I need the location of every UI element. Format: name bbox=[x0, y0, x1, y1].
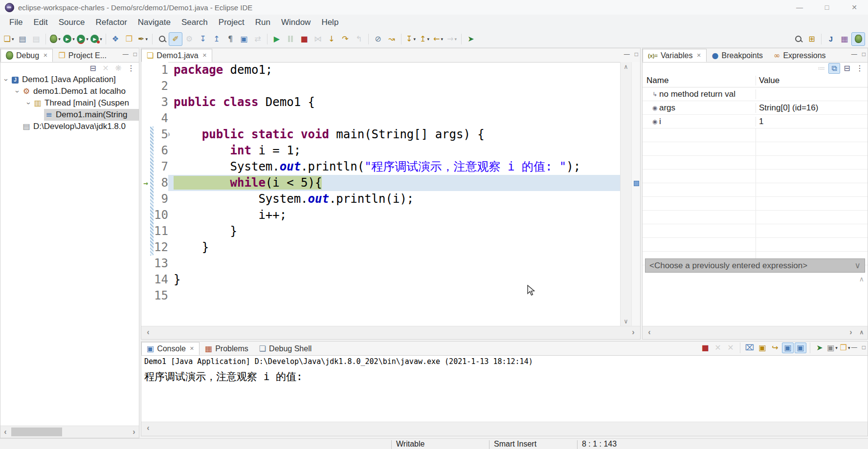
tree-item-stack-frame[interactable]: ≡Demo1.main(String bbox=[0, 109, 139, 121]
coverage-button[interactable]: ▶▾ bbox=[76, 32, 89, 46]
menu-source[interactable]: Source bbox=[53, 15, 90, 30]
terminate-button[interactable]: ■ bbox=[297, 32, 311, 46]
close-icon[interactable]: ✕ bbox=[696, 52, 701, 59]
overview-ruler[interactable] bbox=[631, 62, 640, 326]
save-button[interactable]: ▤ bbox=[16, 32, 29, 46]
previous-annotation-button[interactable]: ↥ bbox=[210, 32, 223, 46]
code-line-4[interactable] bbox=[168, 110, 620, 127]
link-with-editor-button[interactable]: ⇄ bbox=[251, 32, 265, 46]
maximize-view-icon[interactable]: □ bbox=[134, 51, 137, 58]
tab-project-explorer[interactable]: ❐Project E... bbox=[53, 49, 112, 62]
minimize-view-icon[interactable]: — bbox=[851, 344, 857, 351]
minimize-view-icon[interactable]: — bbox=[123, 51, 129, 58]
scroll-right-icon[interactable]: › bbox=[846, 326, 856, 338]
scroll-up-icon[interactable]: ∧ bbox=[621, 63, 631, 70]
step-over-button[interactable]: ↷ bbox=[338, 32, 352, 46]
java-perspective-button[interactable]: J bbox=[824, 32, 838, 46]
tree-item-jdk[interactable]: ▤D:\Develop\Java\jdk1.8.0 bbox=[0, 121, 139, 132]
menu-edit[interactable]: Edit bbox=[28, 15, 53, 30]
column-header-name[interactable]: Name bbox=[643, 76, 756, 86]
collapse-all-button[interactable]: ⊟ bbox=[841, 63, 853, 74]
debug-h-scrollbar[interactable]: ‹ › bbox=[0, 426, 139, 438]
dropdown-arrow-icon[interactable]: ▾ bbox=[413, 37, 416, 42]
scroll-corner-icon[interactable]: ∧ bbox=[857, 326, 867, 338]
toggle-mark-occurrences-button[interactable]: ✐ bbox=[169, 32, 182, 46]
suspend-button[interactable] bbox=[284, 32, 297, 46]
dropdown-arrow-icon[interactable]: ▾ bbox=[835, 345, 838, 350]
tab-demo1-java[interactable]: ❏Demo1.java✕ bbox=[141, 49, 212, 62]
java-search-button[interactable]: ✒▾ bbox=[136, 32, 150, 46]
skip-all-breakpoints-button[interactable]: ⊘ bbox=[371, 32, 385, 46]
code-line-2[interactable] bbox=[168, 78, 620, 94]
scroll-right-icon[interactable]: › bbox=[129, 426, 139, 438]
step-into-button[interactable]: ↓ bbox=[325, 32, 338, 46]
dropdown-arrow-icon[interactable]: ▾ bbox=[58, 37, 61, 42]
code-line-3[interactable]: public class Demo1 { bbox=[168, 94, 620, 110]
editor-h-scrollbar[interactable]: ‹ › bbox=[141, 326, 640, 339]
current-line-marker[interactable] bbox=[634, 181, 639, 186]
variable-detail-pane[interactable]: ∧ bbox=[645, 273, 865, 325]
minimize-editor-icon[interactable]: — bbox=[624, 51, 630, 58]
debug-view-filters-button[interactable]: ❋ bbox=[112, 63, 124, 74]
menu-search[interactable]: Search bbox=[176, 15, 213, 30]
close-icon[interactable]: ✕ bbox=[202, 52, 207, 59]
remove-all-terminated-button[interactable]: ✕ bbox=[100, 63, 111, 74]
profile-button[interactable]: ▶▾ bbox=[89, 32, 103, 46]
menu-file[interactable]: File bbox=[4, 15, 28, 30]
back-history-button[interactable]: ←▾ bbox=[431, 32, 445, 46]
menu-help[interactable]: Help bbox=[316, 15, 344, 30]
show-stderr-when-changed-button[interactable]: ▣ bbox=[795, 342, 806, 353]
view-menu-button[interactable]: ⋮ bbox=[854, 63, 866, 74]
chevron-down-icon[interactable]: ∨ bbox=[855, 260, 861, 271]
dropdown-arrow-icon[interactable]: ▾ bbox=[441, 37, 443, 42]
show-whitespace-button[interactable]: ¶ bbox=[223, 32, 237, 46]
maximize-editor-icon[interactable]: □ bbox=[635, 51, 638, 58]
expand-arrow-icon[interactable]: › bbox=[14, 87, 22, 95]
terminate-button[interactable]: ■ bbox=[699, 342, 711, 353]
dropdown-arrow-icon[interactable]: ▾ bbox=[145, 37, 148, 42]
next-annotation-button[interactable]: ↧ bbox=[196, 32, 210, 46]
tab-problems[interactable]: ▦Problems bbox=[200, 342, 254, 355]
code-line-6[interactable]: int i = 1; bbox=[168, 143, 620, 159]
scrollbar-thumb[interactable] bbox=[11, 428, 62, 436]
menu-run[interactable]: Run bbox=[250, 15, 276, 30]
var-row-i[interactable]: ◉i1 bbox=[643, 115, 868, 128]
scroll-left-icon[interactable]: ‹ bbox=[143, 422, 153, 434]
show-logical-structures-button[interactable]: ⧉ bbox=[828, 63, 840, 74]
close-icon[interactable]: ✕ bbox=[190, 345, 194, 352]
tab-debug[interactable]: Debug✕ bbox=[0, 49, 53, 62]
code-line-5[interactable]: ⊖ public static void main(String[] args)… bbox=[168, 127, 620, 143]
scroll-lock-button[interactable]: ▣ bbox=[757, 342, 768, 353]
forward-history-button[interactable]: →▾ bbox=[445, 32, 459, 46]
open-type-button[interactable]: ❖ bbox=[109, 32, 122, 46]
last-edit-location-button[interactable]: ↧▾ bbox=[404, 32, 418, 46]
menu-navigate[interactable]: Navigate bbox=[133, 15, 176, 30]
view-menu-button[interactable]: ⋮ bbox=[125, 63, 137, 74]
console-h-scrollbar[interactable]: ‹ bbox=[141, 422, 868, 436]
go-to-next-edit-location-button[interactable]: ↥▾ bbox=[418, 32, 431, 46]
open-perspective-button[interactable]: ⊞ bbox=[805, 32, 819, 46]
menu-refactor[interactable]: Refactor bbox=[90, 15, 133, 30]
code-editor[interactable]: → 123456789101112131415 package demo1;pu… bbox=[141, 62, 640, 326]
scroll-left-icon[interactable]: ‹ bbox=[645, 326, 654, 338]
scroll-up-icon[interactable]: ∧ bbox=[859, 275, 864, 283]
tree-item-jvm[interactable]: ›⚙demo1.Demo1 at localho bbox=[0, 86, 139, 97]
word-wrap-button[interactable]: ↪ bbox=[769, 342, 781, 353]
code-line-12[interactable]: } bbox=[168, 239, 620, 256]
java-browsing-perspective-button[interactable]: ▦ bbox=[838, 32, 851, 46]
maximize-button[interactable]: □ bbox=[813, 0, 841, 15]
code-line-7[interactable]: System.out.println("程序调试演示，注意观察 i 的值: ")… bbox=[168, 159, 620, 175]
tree-item-launch[interactable]: ›JDemo1 [Java Application] bbox=[0, 74, 139, 86]
plugin-search-button[interactable] bbox=[155, 32, 169, 46]
clear-console-button[interactable]: ⌧ bbox=[744, 342, 756, 353]
minimize-button[interactable]: — bbox=[786, 0, 813, 15]
dropdown-arrow-icon[interactable]: ▾ bbox=[86, 37, 89, 42]
annotation-gutter[interactable]: → bbox=[141, 62, 150, 326]
display-selected-console-button[interactable]: ▣▾ bbox=[826, 342, 838, 353]
scroll-down-icon[interactable]: ∨ bbox=[621, 318, 631, 325]
build-automatically-button[interactable]: ⚙ bbox=[182, 32, 196, 46]
debug-perspective-button[interactable] bbox=[851, 32, 865, 46]
scroll-left-icon[interactable]: ‹ bbox=[143, 326, 153, 338]
tab-variables[interactable]: (x)=Variables✕ bbox=[643, 49, 707, 62]
variables-h-scrollbar[interactable]: ‹ › ∧ bbox=[643, 326, 868, 339]
